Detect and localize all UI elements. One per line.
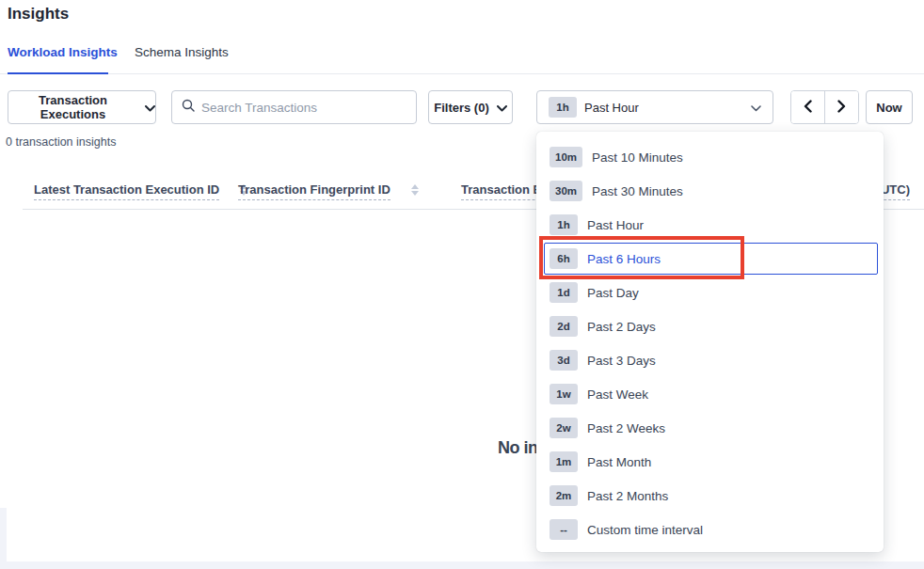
- insights-count: 0 transaction insights: [6, 135, 116, 149]
- now-button[interactable]: Now: [866, 90, 913, 124]
- time-nav-group: [790, 90, 859, 124]
- insights-page: Insights Workload Insights Schema Insigh…: [0, 0, 924, 569]
- column-header-transaction-fingerprint-id[interactable]: Transaction Fingerprint ID: [238, 182, 419, 200]
- time-option-past-2-weeks[interactable]: 2w Past 2 Weeks: [544, 411, 878, 445]
- time-range-button[interactable]: 1h Past Hour: [536, 90, 773, 124]
- time-prev-button[interactable]: [791, 91, 825, 123]
- time-option-badge: 30m: [550, 181, 582, 201]
- time-option-badge: 1h: [550, 214, 578, 235]
- entity-select-label: Transaction Executions: [8, 93, 137, 121]
- time-option-past-6-hours[interactable]: 6h Past 6 Hours: [544, 243, 878, 275]
- time-option-badge: --: [550, 519, 578, 540]
- time-option-badge: 2w: [550, 418, 578, 438]
- time-option-badge: 10m: [550, 147, 582, 167]
- chevron-left-icon: [804, 100, 812, 116]
- time-option-past-30-minutes[interactable]: 30m Past 30 Minutes: [544, 174, 878, 208]
- now-label: Now: [876, 101, 901, 115]
- search-box[interactable]: [171, 90, 417, 124]
- time-next-button[interactable]: [825, 91, 858, 123]
- page-background-strip-left: [0, 508, 7, 569]
- time-option-badge: 3d: [550, 350, 578, 371]
- time-option-badge: 2d: [550, 316, 578, 337]
- filters-label: Filters (0): [434, 101, 489, 115]
- time-range-badge: 1h: [549, 97, 577, 118]
- page-title: Insights: [8, 5, 69, 24]
- chevron-down-icon: [497, 101, 507, 115]
- active-tab-underline: [8, 72, 108, 74]
- tab-bar: Workload Insights Schema Insights: [0, 43, 924, 74]
- time-option-past-hour[interactable]: 1h Past Hour: [544, 208, 878, 242]
- tab-workload-insights[interactable]: Workload Insights: [8, 45, 118, 59]
- time-option-past-2-days[interactable]: 2d Past 2 Days: [544, 309, 878, 343]
- time-option-badge: 2m: [550, 485, 578, 506]
- time-option-past-day[interactable]: 1d Past Day: [544, 276, 878, 309]
- chevron-down-icon: [145, 101, 155, 115]
- tab-schema-insights[interactable]: Schema Insights: [135, 45, 229, 59]
- tab-label: Schema Insights: [135, 45, 229, 59]
- time-option-badge: 6h: [550, 248, 578, 269]
- chevron-down-icon: [751, 101, 761, 115]
- time-range-dropdown-menu: 10m Past 10 Minutes 30m Past 30 Minutes …: [536, 132, 884, 552]
- time-option-custom-time-interval[interactable]: -- Custom time interval: [544, 513, 878, 546]
- entity-select-button[interactable]: Transaction Executions: [8, 90, 156, 124]
- time-option-past-2-months[interactable]: 2m Past 2 Months: [544, 479, 878, 513]
- time-option-badge: 1w: [550, 384, 578, 404]
- time-option-past-3-days[interactable]: 3d Past 3 Days: [544, 343, 878, 377]
- time-option-past-month[interactable]: 1m Past Month: [544, 445, 878, 479]
- tab-label: Workload Insights: [8, 45, 118, 59]
- time-option-badge: 1m: [550, 451, 578, 472]
- search-input[interactable]: [201, 101, 406, 115]
- time-option-past-week[interactable]: 1w Past Week: [544, 377, 878, 411]
- filters-button[interactable]: Filters (0): [428, 90, 513, 124]
- chevron-right-icon: [837, 100, 846, 116]
- search-icon: [182, 99, 195, 116]
- column-header-latest-transaction-execution-id[interactable]: Latest Transaction Execution ID: [34, 182, 247, 200]
- sort-carets-icon: [411, 184, 419, 196]
- time-option-badge: 1d: [550, 282, 578, 303]
- time-range-label: Past Hour: [584, 101, 639, 115]
- page-background-strip-bottom: [0, 561, 924, 569]
- time-option-past-10-minutes[interactable]: 10m Past 10 Minutes: [544, 140, 878, 174]
